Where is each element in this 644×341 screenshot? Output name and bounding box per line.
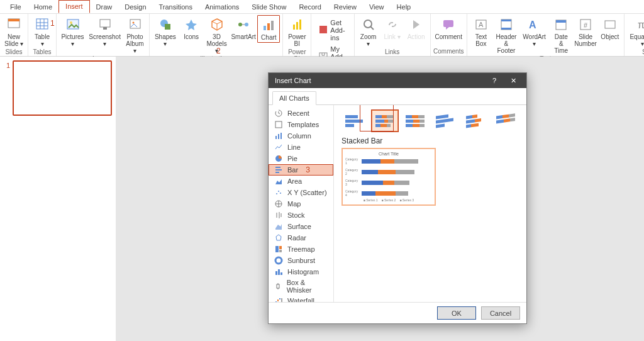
pictures-button[interactable]: Pictures ▾ (59, 15, 86, 48)
chart-preview[interactable]: Chart Title Category 1 Category 2 Catego… (341, 148, 436, 206)
svg-rect-102 (413, 120, 419, 123)
menu-design[interactable]: Design (118, 1, 152, 13)
menu-record[interactable]: Record (292, 1, 327, 13)
header-footer-button[interactable]: Header& Footer (494, 15, 519, 55)
annotation-3: 3 (306, 165, 310, 174)
chart-category-sunburst[interactable]: Sunburst (269, 255, 333, 266)
menu-review[interactable]: Review (328, 1, 363, 13)
svg-marker-59 (275, 179, 282, 184)
chart-category-treemap[interactable]: Treemap (269, 243, 333, 255)
svg-rect-103 (419, 120, 425, 123)
bar-icon (274, 165, 284, 174)
bar-subtype-0[interactable] (341, 110, 368, 131)
svg-rect-10 (103, 27, 107, 30)
menu-animations[interactable]: Animations (199, 1, 245, 13)
chart-category-box-whisker[interactable]: Box & Whisker (269, 277, 333, 295)
templates-icon (274, 120, 284, 129)
menu-home[interactable]: Home (28, 1, 58, 13)
bar-subtype-2[interactable] (402, 110, 428, 131)
get-addins-button[interactable]: Get Add-ins (315, 18, 350, 43)
chart-category-radar[interactable]: Radar (269, 232, 333, 243)
tab-all-charts[interactable]: All Charts (272, 91, 316, 105)
bar-subtype-4[interactable] (462, 110, 489, 131)
smartart-button[interactable]: SmartArt (231, 15, 256, 42)
action-icon (408, 16, 425, 33)
get-addins-icon (319, 25, 328, 35)
chart-category-recent[interactable]: Recent (269, 108, 333, 119)
table-button[interactable]: Table ▾ (31, 15, 53, 48)
svg-rect-43 (605, 21, 615, 28)
svg-rect-80 (277, 299, 279, 301)
chart-category-surface[interactable]: Surface (269, 221, 333, 232)
menu-insert[interactable]: Insert (58, 0, 90, 13)
slide-thumbnail-1[interactable]: 1 (13, 60, 112, 116)
new-slide-icon (6, 16, 22, 33)
ribbon-group-symbols: πEquation ▾ΩSymbolSymbols (625, 14, 644, 56)
pictures-icon (65, 16, 81, 33)
comment-button[interactable]: Comment (433, 15, 464, 42)
text-box-button[interactable]: ATextBox (470, 15, 492, 48)
chart-category-bar[interactable]: Bar3 (269, 164, 333, 176)
dialog-titlebar: Insert Chart ? ✕ (269, 73, 526, 88)
svg-rect-96 (380, 124, 387, 127)
new-slide-button[interactable]: NewSlide ▾ (3, 15, 25, 48)
svg-rect-51 (275, 121, 282, 128)
menu-draw[interactable]: Draw (90, 1, 119, 13)
svg-rect-107 (436, 115, 448, 120)
svg-rect-99 (412, 115, 418, 118)
waterfall-icon (274, 296, 284, 302)
3d-models-button[interactable]: 3DModels ▾ (204, 15, 230, 55)
svg-rect-81 (279, 298, 280, 299)
text-box-icon: A (473, 16, 489, 33)
bar-subtype-3[interactable] (432, 110, 458, 131)
svg-rect-112 (466, 119, 475, 123)
shapes-button[interactable]: Shapes ▾ (152, 15, 179, 48)
chart-category-map[interactable]: Map (269, 198, 333, 210)
chart-category-waterfall[interactable]: Waterfall (269, 295, 333, 302)
bar-subtype-1[interactable] (372, 110, 398, 131)
object-button[interactable]: Object (599, 15, 621, 42)
close-button[interactable]: ✕ (504, 73, 523, 88)
menu-transitions[interactable]: Transitions (153, 1, 199, 13)
action-button: Action (405, 15, 428, 42)
svg-rect-118 (509, 113, 515, 117)
icons-button[interactable]: Icons (180, 15, 203, 42)
zoom-button[interactable]: Zoom ▾ (357, 15, 380, 48)
group-label: Comments (433, 48, 464, 55)
chart-button[interactable]: Chart (257, 15, 280, 43)
chart-category-stock[interactable]: Stock (269, 210, 333, 221)
equation-button[interactable]: πEquation ▾ (627, 15, 644, 48)
menu-slide-show[interactable]: Slide Show (245, 1, 292, 13)
menu-file[interactable]: File (4, 1, 28, 13)
photo-album-button[interactable]: PhotoAlbum ▾ (123, 15, 146, 55)
ok-button[interactable]: OK (437, 306, 476, 320)
chart-category-pie[interactable]: Pie (269, 153, 333, 164)
menu-view[interactable]: View (363, 1, 391, 13)
slide-number-button[interactable]: #SlideNumber (574, 15, 597, 48)
chart-category-column[interactable]: Column (269, 130, 333, 142)
date-time-button[interactable]: Date &Time (550, 15, 572, 55)
cancel-button[interactable]: Cancel (481, 306, 520, 320)
svg-rect-121 (510, 118, 515, 121)
recent-icon (274, 109, 284, 118)
bar-subtype-5[interactable] (492, 110, 519, 131)
menu-help[interactable]: Help (391, 1, 418, 13)
chart-category-histogram[interactable]: Histogram (269, 266, 333, 277)
chart-category-line[interactable]: Line (269, 142, 333, 153)
svg-rect-98 (406, 115, 412, 118)
ribbon-group-slides: NewSlide ▾Slides (0, 14, 28, 56)
chart-category-templates[interactable]: Templates (269, 119, 333, 130)
chart-category-xy-scatter[interactable]: X Y (Scatter) (269, 187, 333, 198)
svg-rect-101 (406, 120, 413, 123)
screenshot-button[interactable]: Screenshot ▾ (87, 15, 122, 48)
chart-category-area[interactable]: Area (269, 176, 333, 187)
shapes-icon (157, 16, 174, 33)
help-button[interactable]: ? (485, 73, 504, 88)
power-bi-button[interactable]: PowerBI (286, 15, 308, 48)
map-icon (274, 199, 284, 208)
svg-rect-120 (504, 118, 510, 122)
svg-rect-20 (264, 26, 266, 30)
svg-rect-23 (293, 25, 295, 30)
svg-rect-86 (345, 115, 358, 118)
wordart-button[interactable]: AWordArt ▾ (520, 15, 548, 48)
